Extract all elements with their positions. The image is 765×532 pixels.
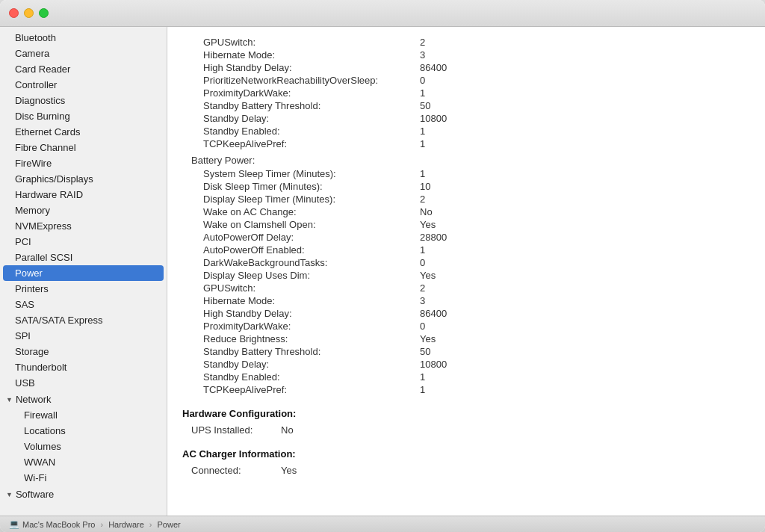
battery-power-header: Battery Power: <box>182 155 750 166</box>
row-value: 50 <box>420 346 430 357</box>
table-row: Standby Delay:10800 <box>182 358 750 371</box>
sidebar-item-card-reader[interactable]: Card Reader <box>0 61 167 77</box>
sidebar-group-software-label: Software <box>16 489 54 500</box>
sidebar-child-wwan[interactable]: WWAN <box>0 454 167 470</box>
row-value: 10800 <box>420 113 447 124</box>
sidebar-item-usb[interactable]: USB <box>0 375 167 391</box>
main-content: GPUSwitch:2Hibernate Mode:3High Standby … <box>167 27 765 516</box>
breadcrumb-part-0: Mac's MacBook Pro <box>22 520 95 529</box>
sidebar-item-disc-burning[interactable]: Disc Burning <box>0 108 167 124</box>
sidebar-item-graphics-displays[interactable]: Graphics/Displays <box>0 171 167 187</box>
row-value: 2 <box>420 37 425 48</box>
table-row: High Standby Delay:86400 <box>182 307 750 320</box>
row-label: Standby Delay: <box>203 113 420 124</box>
sidebar-item-memory[interactable]: Memory <box>0 202 167 218</box>
triangle-icon: ▼ <box>6 396 13 403</box>
sidebar-item-controller[interactable]: Controller <box>0 77 167 93</box>
sidebar-item-spi[interactable]: SPI <box>0 328 167 344</box>
row-value: 86400 <box>420 308 447 319</box>
table-row: PrioritizeNetworkReachabilityOverSleep:0 <box>182 74 750 87</box>
row-label: Hibernate Mode: <box>203 295 420 306</box>
row-label: Hibernate Mode: <box>203 49 420 61</box>
row-value: No <box>420 206 433 217</box>
row-value: 1 <box>420 371 425 383</box>
table-row: Wake on AC Change:No <box>182 205 750 218</box>
ups-row: UPS Installed:No <box>182 424 750 436</box>
titlebar <box>0 0 765 27</box>
breadcrumb-sep-1: › <box>149 520 152 529</box>
ac-charger-header: AC Charger Information: <box>182 448 750 460</box>
table-row: Hibernate Mode:3 <box>182 49 750 61</box>
row-label: AutoPowerOff Enabled: <box>203 244 420 256</box>
maximize-button[interactable] <box>39 8 49 18</box>
breadcrumb-part-1: Hardware <box>108 520 144 529</box>
sidebar-item-camera[interactable]: Camera <box>0 46 167 61</box>
row-value: 10800 <box>420 359 447 370</box>
sidebar-item-power[interactable]: Power <box>3 265 164 281</box>
table-row: Disk Sleep Timer (Minutes):10 <box>182 180 750 193</box>
table-row: DarkWakeBackgroundTasks:0 <box>182 256 750 269</box>
table-row: TCPKeepAlivePref:1 <box>182 383 750 396</box>
sidebar[interactable]: BluetoothCameraCard ReaderControllerDiag… <box>0 27 167 516</box>
row-label: Disk Sleep Timer (Minutes): <box>203 181 420 192</box>
traffic-lights <box>9 8 49 18</box>
sidebar-item-hardware-raid[interactable]: Hardware RAID <box>0 187 167 202</box>
row-label: Standby Delay: <box>203 359 420 370</box>
sidebar-item-printers[interactable]: Printers <box>0 281 167 297</box>
row-label: High Standby Delay: <box>203 308 420 319</box>
table-row: System Sleep Timer (Minutes):1 <box>182 167 750 180</box>
row-value: 2 <box>420 282 425 294</box>
sidebar-child-firewall[interactable]: Firewall <box>0 407 167 423</box>
table-row: Standby Battery Threshold:50 <box>182 99 750 112</box>
sidebar-item-thunderbolt[interactable]: Thunderbolt <box>0 359 167 375</box>
ups-value: No <box>281 424 294 436</box>
sidebar-item-ethernet-cards[interactable]: Ethernet Cards <box>0 124 167 140</box>
row-label: GPUSwitch: <box>203 37 420 48</box>
row-label: High Standby Delay: <box>203 62 420 73</box>
table-row: Standby Enabled:1 <box>182 371 750 383</box>
row-value: 1 <box>420 244 425 256</box>
close-button[interactable] <box>9 8 19 18</box>
statusbar-icon: 💻 <box>9 519 19 529</box>
row-label: Standby Battery Threshold: <box>203 100 420 111</box>
row-label: Standby Battery Threshold: <box>203 346 420 357</box>
breadcrumb-part-2: Power <box>158 520 181 529</box>
sidebar-child-locations[interactable]: Locations <box>0 423 167 439</box>
row-label: Standby Enabled: <box>203 371 420 383</box>
sidebar-item-sas[interactable]: SAS <box>0 297 167 312</box>
row-value: 86400 <box>420 62 447 73</box>
row-value: 1 <box>420 126 425 137</box>
row-value: Yes <box>420 219 436 230</box>
minimize-button[interactable] <box>24 8 34 18</box>
main-window: BluetoothCameraCard ReaderControllerDiag… <box>0 0 765 532</box>
sidebar-item-parallel-scsi[interactable]: Parallel SCSI <box>0 250 167 265</box>
row-label: Display Sleep Timer (Minutes): <box>203 194 420 205</box>
table-row: Display Sleep Uses Dim:Yes <box>182 269 750 282</box>
table-row: Standby Battery Threshold:50 <box>182 345 750 358</box>
sidebar-group-software[interactable]: ▼Software <box>0 486 167 502</box>
sidebar-child-volumes[interactable]: Volumes <box>0 439 167 454</box>
table-row: Display Sleep Timer (Minutes):2 <box>182 193 750 205</box>
row-label: PrioritizeNetworkReachabilityOverSleep: <box>203 75 420 86</box>
sidebar-group-network[interactable]: ▼Network <box>0 391 167 407</box>
sidebar-item-diagnostics[interactable]: Diagnostics <box>0 93 167 108</box>
ups-label: UPS Installed: <box>191 424 281 436</box>
breadcrumb: 💻 Mac's MacBook Pro › Hardware › Power <box>9 519 181 529</box>
hardware-config-header: Hardware Configuration: <box>182 408 750 419</box>
sidebar-item-fibre-channel[interactable]: Fibre Channel <box>0 140 167 155</box>
sidebar-item-firewire[interactable]: FireWire <box>0 155 167 171</box>
sidebar-item-storage[interactable]: Storage <box>0 344 167 359</box>
row-value: 50 <box>420 100 430 111</box>
row-value: Yes <box>420 270 436 281</box>
table-row: AutoPowerOff Enabled:1 <box>182 244 750 256</box>
sidebar-item-pci[interactable]: PCI <box>0 234 167 250</box>
row-value: 3 <box>420 49 425 61</box>
sidebar-item-sata-express[interactable]: SATA/SATA Express <box>0 312 167 328</box>
table-row: GPUSwitch:2 <box>182 282 750 294</box>
breadcrumb-sep-0: › <box>100 520 103 529</box>
sidebar-item-bluetooth[interactable]: Bluetooth <box>0 30 167 46</box>
sidebar-child-wi-fi[interactable]: Wi-Fi <box>0 470 167 486</box>
sidebar-item-nvmexpress[interactable]: NVMExpress <box>0 218 167 234</box>
row-label: Wake on Clamshell Open: <box>203 219 420 230</box>
table-row: AutoPowerOff Delay:28800 <box>182 231 750 244</box>
